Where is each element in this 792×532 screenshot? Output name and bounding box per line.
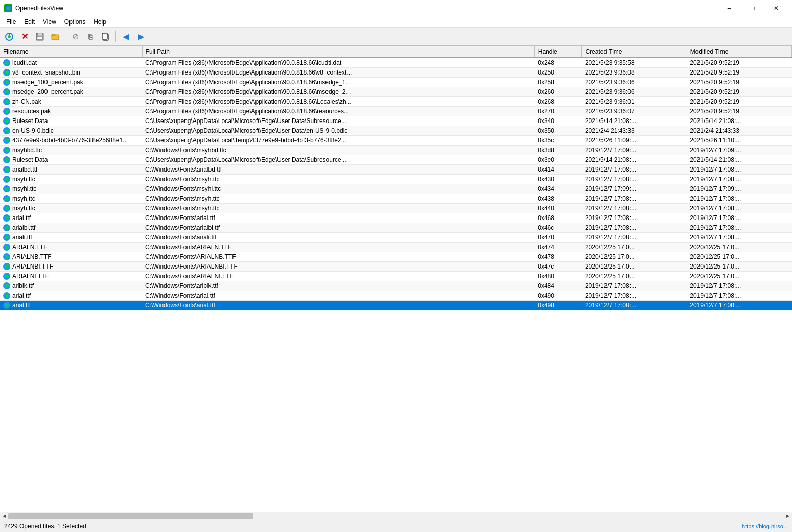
cell-filename: arial.ttf xyxy=(0,213,142,223)
scroll-left-arrow[interactable]: ◀ xyxy=(0,512,8,520)
cell-modified: 2019/12/7 17:08:... xyxy=(687,165,791,175)
copy2-button[interactable] xyxy=(99,30,113,44)
scroll-thumb[interactable] xyxy=(8,513,253,519)
cell-filename: ARIALN.TTF xyxy=(0,243,142,252)
table-row[interactable]: resources.pakC:\Program Files (x86)\Micr… xyxy=(0,107,792,116)
filename-text: msyh.ttc xyxy=(12,176,35,183)
filename-text: arial.ttf xyxy=(12,214,31,222)
col-header-handle[interactable]: Handle xyxy=(534,46,582,58)
copy-button[interactable]: ⎘ xyxy=(83,30,98,44)
menu-view[interactable]: View xyxy=(39,17,60,27)
cell-created: 2021/5/23 9:36:08 xyxy=(582,68,687,78)
cell-handle: 0x438 xyxy=(534,194,582,204)
cell-modified: 2020/12/25 17:0... xyxy=(687,252,791,262)
menu-edit[interactable]: Edit xyxy=(20,17,39,27)
menu-bar: File Edit View Options Help xyxy=(0,16,792,28)
cell-fullpath: C:\Windows\Fonts\msyh.ttc xyxy=(142,194,534,204)
table-row[interactable]: msyhbd.ttcC:\Windows\Fonts\msyhbd.ttc0x3… xyxy=(0,146,792,155)
scroll-right-arrow[interactable]: ▶ xyxy=(784,512,792,520)
next-button[interactable]: ▶ xyxy=(134,30,148,44)
table-row[interactable]: msyh.ttcC:\Windows\Fonts\msyh.ttc0x43820… xyxy=(0,194,792,204)
table-row[interactable]: msyhl.ttcC:\Windows\Fonts\msyhl.ttc0x434… xyxy=(0,184,792,194)
table-row[interactable]: ariali.ttfC:\Windows\Fonts\ariali.ttf0x4… xyxy=(0,233,792,243)
close-button[interactable]: ✕ xyxy=(764,0,788,16)
col-header-created[interactable]: Created Time xyxy=(582,46,687,58)
table-row[interactable]: Ruleset DataC:\Users\xupeng\AppData\Loca… xyxy=(0,116,792,126)
cell-fullpath: C:\Windows\Fonts\ARIALNB.TTF xyxy=(142,252,534,262)
svg-point-1 xyxy=(7,7,10,10)
table-row[interactable]: msedge_200_percent.pakC:\Program Files (… xyxy=(0,87,792,97)
filter-button[interactable]: ⊘ xyxy=(68,30,82,44)
cell-created: 2021/5/14 21:08:... xyxy=(582,116,687,126)
cell-filename: ariblk.ttf xyxy=(0,281,142,291)
cell-created: 2019/12/7 17:09:... xyxy=(582,146,687,155)
save-button[interactable] xyxy=(33,30,47,44)
table-row[interactable]: en-US-9-0.bdicC:\Users\xupeng\AppData\Lo… xyxy=(0,126,792,136)
filename-text: msedge_200_percent.pak xyxy=(12,88,83,95)
menu-help[interactable]: Help xyxy=(89,17,110,27)
table-row[interactable]: msyh.ttcC:\Windows\Fonts\msyh.ttc0x43020… xyxy=(0,175,792,184)
menu-file[interactable]: File xyxy=(2,17,20,27)
cell-modified: 2021/5/14 21:08:... xyxy=(687,155,791,165)
table-row[interactable]: arialbd.ttfC:\Windows\Fonts\arialbd.ttf0… xyxy=(0,165,792,175)
file-icon xyxy=(3,195,10,202)
stop-button[interactable]: ✕ xyxy=(17,30,32,44)
cell-created: 2020/12/25 17:0... xyxy=(582,243,687,252)
table-row[interactable]: ARIALNBI.TTFC:\Windows\Fonts\ARIALNBI.TT… xyxy=(0,262,792,272)
file-icon xyxy=(3,98,10,105)
cell-filename: arialbd.ttf xyxy=(0,165,142,175)
table-row[interactable]: arial.ttfC:\Windows\Fonts\arial.ttf0x498… xyxy=(0,301,792,310)
table-row[interactable]: ariblk.ttfC:\Windows\Fonts\ariblk.ttf0x4… xyxy=(0,281,792,291)
table-row[interactable]: v8_context_snapshot.binC:\Program Files … xyxy=(0,68,792,78)
table-row[interactable]: icudtl.datC:\Program Files (x86)\Microso… xyxy=(0,58,792,68)
menu-options[interactable]: Options xyxy=(60,17,89,27)
table-row[interactable]: arial.ttfC:\Windows\Fonts\arial.ttf0x468… xyxy=(0,213,792,223)
table-row[interactable]: msedge_100_percent.pakC:\Program Files (… xyxy=(0,78,792,87)
toolbar-separator-2 xyxy=(115,31,116,42)
cell-modified: 2019/12/7 17:09:... xyxy=(687,184,791,194)
cell-handle: 0x350 xyxy=(534,126,582,136)
cell-created: 2019/12/7 17:08:... xyxy=(582,281,687,291)
table-row[interactable]: zh-CN.pakC:\Program Files (x86)\Microsof… xyxy=(0,97,792,107)
table-row[interactable]: ARIALNB.TTFC:\Windows\Fonts\ARIALNB.TTF0… xyxy=(0,252,792,262)
cell-fullpath: C:\Windows\Fonts\ARIALNI.TTF xyxy=(142,272,534,281)
horizontal-scrollbar[interactable]: ◀ ▶ xyxy=(0,512,792,520)
filename-text: icudtl.dat xyxy=(12,59,37,66)
cell-fullpath: C:\Windows\Fonts\arial.ttf xyxy=(142,213,534,223)
main-area: Filename Full Path Handle Created Time M… xyxy=(0,46,792,520)
filename-text: arialbi.ttf xyxy=(12,224,35,231)
table-row[interactable]: arialbi.ttfC:\Windows\Fonts\arialbi.ttf0… xyxy=(0,223,792,233)
cell-modified: 2019/12/7 17:08:... xyxy=(687,175,791,184)
file-icon xyxy=(3,234,10,241)
svg-rect-8 xyxy=(52,34,55,36)
table-row[interactable]: ARIALNI.TTFC:\Windows\Fonts\ARIALNI.TTF0… xyxy=(0,272,792,281)
refresh-button[interactable] xyxy=(2,30,16,44)
cell-fullpath: C:\Windows\Fonts\msyh.ttc xyxy=(142,175,534,184)
open-button[interactable] xyxy=(48,30,62,44)
cell-created: 2021/5/23 9:36:06 xyxy=(582,87,687,97)
col-header-modified[interactable]: Modified Time xyxy=(687,46,791,58)
table-row[interactable]: arial.ttfC:\Windows\Fonts\arial.ttf0x490… xyxy=(0,291,792,301)
cell-created: 2019/12/7 17:08:... xyxy=(582,175,687,184)
maximize-button[interactable]: □ xyxy=(741,0,764,16)
cell-modified: 2021/5/20 9:52:19 xyxy=(687,58,791,68)
table-row[interactable]: Ruleset DataC:\Users\xupeng\AppData\Loca… xyxy=(0,155,792,165)
table-row[interactable]: 4377e9e9-bdbd-4bf3-b776-3f8e25688e1...C:… xyxy=(0,136,792,146)
file-icon xyxy=(3,244,10,251)
cell-filename: en-US-9-0.bdic xyxy=(0,126,142,136)
cell-handle: 0x434 xyxy=(534,184,582,194)
cell-handle: 0x260 xyxy=(534,87,582,97)
file-icon xyxy=(3,302,10,309)
table-wrapper[interactable]: Filename Full Path Handle Created Time M… xyxy=(0,46,792,512)
table-row[interactable]: ARIALN.TTFC:\Windows\Fonts\ARIALN.TTF0x4… xyxy=(0,243,792,252)
table-row[interactable]: msyh.ttcC:\Windows\Fonts\msyh.ttc0x44020… xyxy=(0,204,792,213)
cell-created: 2021/5/23 9:36:06 xyxy=(582,78,687,87)
col-header-filename[interactable]: Filename xyxy=(0,46,142,58)
prev-button[interactable]: ◀ xyxy=(119,30,133,44)
scroll-track[interactable] xyxy=(8,512,784,520)
filename-text: msyhl.ttc xyxy=(12,185,36,192)
cell-handle: 0x480 xyxy=(534,272,582,281)
filename-text: arial.ttf xyxy=(12,302,31,309)
col-header-fullpath[interactable]: Full Path xyxy=(142,46,534,58)
minimize-button[interactable]: – xyxy=(717,0,741,16)
